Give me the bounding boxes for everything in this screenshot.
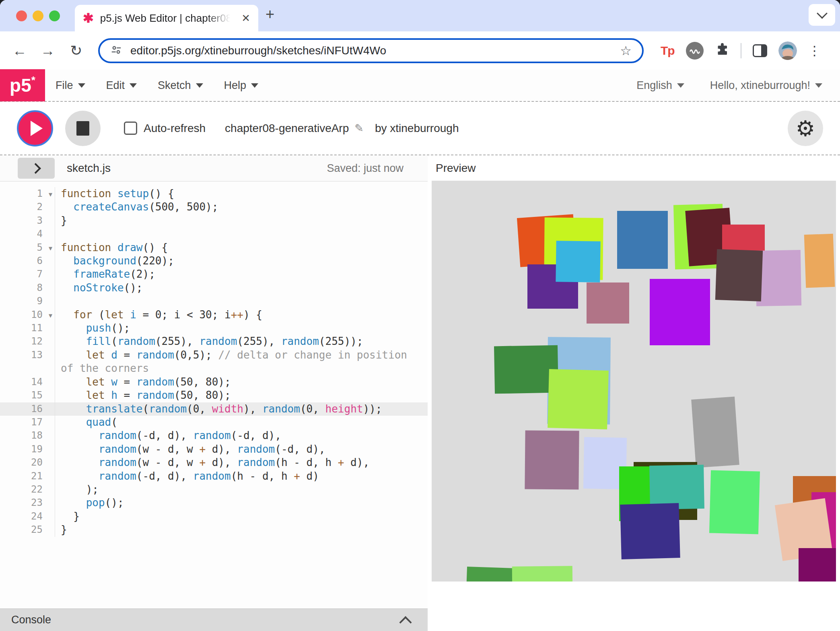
code-line[interactable]: 15 let h = random(50, 80); [0, 389, 428, 402]
language-selector[interactable]: English [636, 79, 684, 92]
code-line[interactable]: 3} [0, 214, 428, 227]
file-name-tab[interactable]: sketch.js [67, 162, 111, 175]
wave-extension-icon[interactable] [686, 42, 704, 60]
code-line[interactable]: 25} [0, 523, 428, 536]
address-bar[interactable]: editor.p5js.org/xtineburrough/sketches/i… [98, 38, 644, 63]
fold-arrow-icon[interactable]: ▼ [49, 188, 52, 201]
preview-header: Preview [432, 155, 840, 181]
code-text: ); [55, 483, 428, 496]
forward-button[interactable]: → [39, 42, 57, 59]
tab-search-button[interactable] [809, 4, 835, 26]
code-line[interactable]: 16 translate(random(0, width), random(0,… [0, 402, 428, 416]
maximize-window-button[interactable] [49, 10, 60, 21]
code-line[interactable]: 24 } [0, 510, 428, 523]
back-button[interactable]: ← [10, 42, 29, 59]
collapse-sidebar-button[interactable] [18, 158, 55, 179]
code-line[interactable]: 4 [0, 227, 428, 241]
line-number: 23 [0, 496, 55, 509]
close-window-button[interactable] [16, 10, 27, 21]
saved-status: Saved: just now [327, 162, 404, 175]
profile-avatar[interactable] [778, 41, 797, 60]
yellow-green-mid-quad [548, 369, 609, 429]
code-text: let w = random(50, 80); [55, 375, 428, 389]
code-line[interactable]: 11 push(); [0, 322, 428, 335]
menu-sketch[interactable]: Sketch [158, 79, 203, 92]
steel-blue-quad [617, 211, 668, 269]
code-line[interactable]: 21 random(-d, d), random(h - d, h + d) [0, 470, 428, 483]
play-icon [31, 121, 43, 136]
extensions-puzzle-icon[interactable] [715, 43, 729, 59]
code-line[interactable]: 7 frameRate(2); [0, 268, 428, 281]
nav-right: English Hello, xtineburrough! [636, 79, 822, 92]
side-panel-icon[interactable] [753, 44, 767, 57]
navy-quad [620, 503, 680, 559]
code-line[interactable]: 12 fill(random(255), random(255), random… [0, 335, 428, 348]
code-line[interactable]: 2 createCanvas(500, 500); [0, 200, 428, 214]
tp-extension-icon[interactable]: Tp [661, 44, 675, 58]
code-line[interactable]: 23 pop(); [0, 496, 428, 509]
code-line[interactable]: 1▼function setup() { [0, 187, 428, 200]
code-text: let d = random(0,5); // delta or change … [55, 348, 428, 375]
code-line[interactable]: 14 let w = random(50, 80); [0, 375, 428, 389]
code-line[interactable]: 19 random(w - d, w + d), random(-d, d), [0, 443, 428, 456]
code-text: random(w - d, w + d), random(-d, d), [55, 443, 428, 456]
code-line[interactable]: 13 let d = random(0,5); // delta or chan… [0, 348, 428, 375]
url-text[interactable]: editor.p5js.org/xtineburrough/sketches/i… [130, 44, 386, 57]
reload-button[interactable]: ↻ [67, 42, 85, 59]
p5-favicon-icon: ✱ [83, 12, 94, 25]
line-number: 17 [0, 416, 55, 429]
play-button[interactable] [17, 110, 53, 146]
tab-close-icon[interactable]: ✕ [241, 12, 250, 25]
gray-quad [691, 396, 739, 468]
code-line[interactable]: 10▼ for (let i = 0; i < 30; i++) { [0, 308, 428, 322]
code-text: noStroke(); [55, 281, 428, 295]
code-line[interactable]: 18 random(-d, d), random(-d, d), [0, 429, 428, 442]
stop-button[interactable] [65, 111, 101, 146]
bookmark-star-icon[interactable]: ☆ [620, 43, 632, 58]
mauve-muted-quad [525, 430, 579, 489]
line-number: 7 [0, 268, 55, 281]
preview-label: Preview [436, 162, 476, 175]
minimize-window-button[interactable] [33, 10, 43, 21]
console-bar[interactable]: Console [0, 608, 428, 631]
gear-icon: ⚙ [796, 118, 815, 139]
code-text: } [55, 214, 428, 227]
fold-arrow-icon[interactable]: ▼ [49, 309, 52, 322]
project-name[interactable]: chapter08-generativeArp [225, 122, 349, 135]
tab-strip: ✱ p5.js Web Editor | chapter08- ✕ + [0, 0, 840, 31]
p5-logo[interactable]: p5* [0, 69, 45, 101]
settings-button[interactable]: ⚙ [788, 111, 823, 146]
browser-tab[interactable]: ✱ p5.js Web Editor | chapter08- ✕ [75, 5, 258, 31]
code-editor[interactable]: 1▼function setup() {2 createCanvas(500, … [0, 181, 428, 608]
menu-file[interactable]: File [56, 79, 85, 92]
project-byline: by xtineburrough [375, 122, 459, 135]
fold-arrow-icon[interactable]: ▼ [49, 242, 52, 255]
chevron-up-icon[interactable] [399, 616, 412, 629]
menu-edit[interactable]: Edit [106, 79, 137, 92]
code-line[interactable]: 22 ); [0, 483, 428, 496]
code-line[interactable]: 17 quad( [0, 416, 428, 429]
line-number: 25 [0, 523, 55, 536]
line-number: 22 [0, 483, 55, 496]
window-controls [16, 10, 60, 21]
line-number: 19 [0, 443, 55, 456]
tan-quad [804, 234, 835, 288]
line-number: 9 [0, 295, 55, 308]
new-tab-button[interactable]: + [266, 6, 274, 23]
edit-name-pencil-icon[interactable]: ✎ [354, 122, 364, 135]
auto-refresh-checkbox[interactable] [124, 122, 137, 135]
code-line[interactable]: 6 background(220); [0, 254, 428, 268]
line-number: 14 [0, 375, 55, 389]
editor-header: sketch.js Saved: just now [0, 155, 428, 181]
code-line[interactable]: 5▼function draw() { [0, 241, 428, 254]
browser-menu-icon[interactable]: ⋮ [808, 43, 821, 58]
site-settings-icon[interactable] [110, 44, 122, 58]
code-line[interactable]: 8 noStroke(); [0, 281, 428, 295]
code-text: } [55, 510, 428, 523]
language-label: English [636, 79, 672, 92]
code-line[interactable]: 9 [0, 295, 428, 308]
account-menu[interactable]: Hello, xtineburrough! [710, 79, 822, 92]
tab-title: p5.js Web Editor | chapter08- [100, 12, 233, 25]
menu-help[interactable]: Help [224, 79, 259, 92]
code-line[interactable]: 20 random(w - d, w + d), random(h - d, h… [0, 456, 428, 469]
